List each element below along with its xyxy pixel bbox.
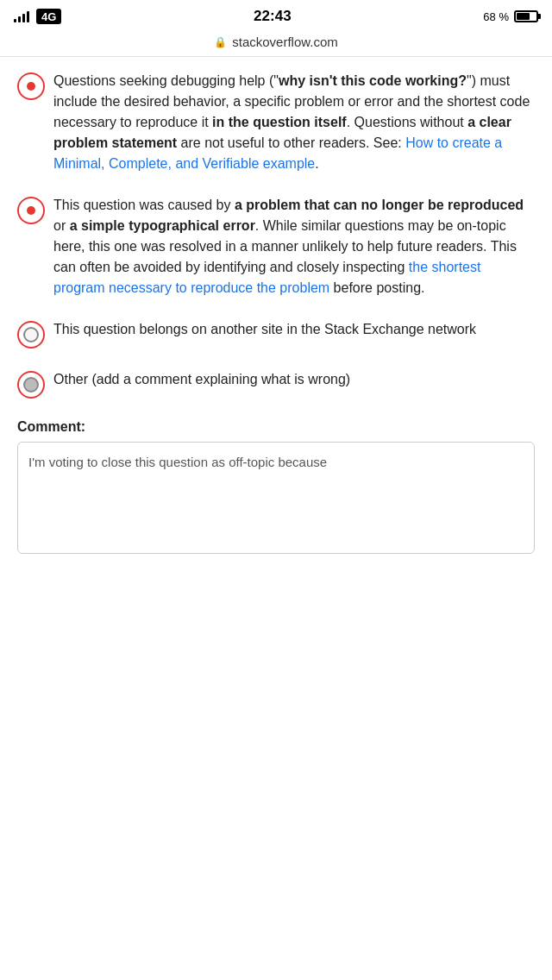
option-text-1: Questions seeking debugging help ("why i… [53,71,535,174]
comment-section: Comment: [17,419,535,557]
radio-button-2[interactable] [17,197,45,224]
option-item-1[interactable]: Questions seeking debugging help ("why i… [17,71,535,174]
radio-inner-4 [23,377,39,393]
status-left: 4G [14,9,61,24]
option-text-2: This question was caused by a problem th… [53,195,535,298]
lock-icon: 🔒 [214,36,227,48]
radio-button-4[interactable] [17,371,45,399]
network-label: 4G [36,9,61,24]
option-text-4: Other (add a comment explaining what is … [53,369,535,390]
main-content: Questions seeking debugging help ("why i… [0,57,552,571]
battery-icon [514,10,538,22]
radio-dot-2 [27,206,35,215]
option-text-3: This question belongs on another site in… [53,319,535,340]
address-bar[interactable]: 🔒 stackoverflow.com [0,31,552,57]
option-item-3[interactable]: This question belongs on another site in… [17,319,535,349]
option-item-4[interactable]: Other (add a comment explaining what is … [17,369,535,399]
url-text: stackoverflow.com [232,35,338,49]
radio-button-3[interactable] [17,321,45,349]
comment-label: Comment: [17,419,535,435]
battery-percentage: 68 % [483,10,509,23]
status-bar: 4G 22:43 68 % [0,0,552,31]
radio-inner-3 [23,327,39,342]
battery-fill [517,13,530,20]
shortest-program-link[interactable]: the shortest program necessary to reprod… [53,260,480,295]
radio-button-1[interactable] [17,72,45,100]
comment-textarea[interactable] [17,442,535,554]
clock: 22:43 [254,8,291,25]
signal-icon [14,10,29,22]
status-right: 68 % [483,10,538,23]
radio-dot-1 [27,82,35,91]
option-item-2[interactable]: This question was caused by a problem th… [17,195,535,298]
